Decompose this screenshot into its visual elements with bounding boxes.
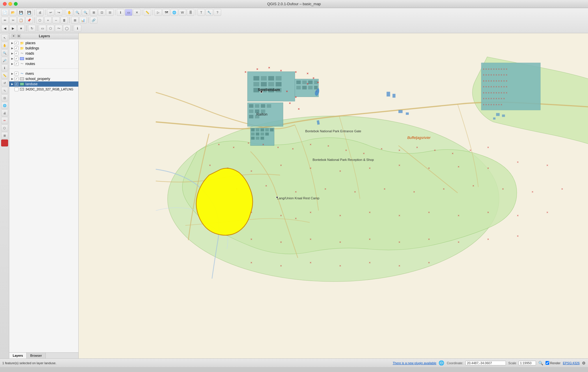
tab-browser[interactable]: Browser [27, 353, 45, 358]
measure-tool-button[interactable]: 📏 [1, 72, 8, 79]
identify-tool-button[interactable]: ℹ [1, 64, 8, 71]
render-checkbox[interactable]: Render [546, 361, 561, 365]
edit-button[interactable]: ✏ [1, 17, 9, 24]
layer-item-landuse[interactable]: ▶ ✓ landuse [9, 81, 78, 87]
svg-text:×: × [310, 261, 312, 264]
svg-rect-42 [260, 133, 264, 135]
select-free-button[interactable]: 〜 [55, 25, 62, 32]
zoom-out-button[interactable]: 🔍 [82, 9, 89, 16]
select-poly-button[interactable]: ⬠ [47, 25, 54, 32]
check-school-property[interactable]: ✓ [14, 77, 19, 81]
add-feature-button[interactable]: + [44, 17, 52, 24]
layer-icon-landuse [20, 82, 24, 86]
red-square-button[interactable] [1, 140, 8, 146]
layer-item-school-property[interactable]: ▶ ✓ school_property [9, 76, 78, 81]
zoom-selection-button[interactable]: ⊟ [106, 9, 114, 16]
layer-item-routes[interactable]: ▶ ✓ 〜 routes [9, 61, 78, 66]
check-places[interactable]: ✓ [14, 41, 19, 45]
add-wfs-button[interactable]: W [179, 9, 186, 16]
pan-tool-button[interactable]: ✋ [1, 42, 8, 49]
layer-item-raster[interactable]: ▶ 3420C_2010_327_RGB_LATLNG [9, 87, 78, 92]
check-landuse[interactable]: ✓ [14, 82, 19, 86]
check-raster[interactable] [14, 87, 19, 91]
misc-tool-button[interactable]: ⊞ [1, 132, 8, 139]
expand-arrow-buildings: ▶ [10, 46, 14, 50]
copy-button[interactable]: 📋 [17, 17, 25, 24]
overview-tool-button[interactable]: ⊡ [1, 94, 8, 101]
globe-tool-button[interactable]: 🌐 [1, 102, 8, 109]
edit-tool-button[interactable]: ✏ [1, 117, 8, 124]
select-button[interactable]: ▭ [125, 9, 132, 16]
paste-button[interactable]: 📌 [25, 17, 33, 24]
zoom-layer-button[interactable]: ⊡ [98, 9, 106, 16]
expand-arrow-rivers: ▶ [10, 72, 14, 75]
rotate-tool-button[interactable]: ↺ [1, 79, 8, 86]
measure-button[interactable]: 📏 [144, 9, 151, 16]
undo-button[interactable]: ↩ [47, 9, 54, 16]
layer-item-rivers[interactable]: ▶ ✓ 〜 rivers [9, 71, 78, 76]
add-wms-button[interactable]: 🌐 [171, 9, 178, 16]
move-feature-button[interactable]: ↔ [52, 17, 60, 24]
snap-button[interactable]: 🔗 [90, 17, 97, 24]
layer-item-buildings[interactable]: ▶ ✓ 📁 buildings [9, 46, 78, 51]
scale-value[interactable]: 1:19950 [519, 361, 536, 365]
delete-button[interactable]: 🗑 [60, 17, 68, 24]
statistics-button[interactable]: 📊 [79, 17, 87, 24]
zoom-out-tool-button[interactable]: 🔎 [1, 57, 8, 64]
plugin-link[interactable]: There is a new plugin available [393, 361, 436, 365]
zoom-in-button[interactable]: 🔍 [74, 9, 81, 16]
layer-item-roads[interactable]: ▶ ✓ 〜 roads [9, 51, 78, 56]
check-water[interactable]: ✓ [14, 57, 19, 61]
panel-float-btn[interactable]: ⊟ [17, 34, 21, 38]
coordinate-value[interactable]: 20.4487,-34.0607 [465, 361, 506, 365]
save-button[interactable]: 💾 [17, 9, 25, 16]
check-routes[interactable]: ✓ [14, 62, 19, 66]
layer-item-water[interactable]: ▶ ✓ water [9, 56, 78, 61]
identify-button[interactable]: ℹ [117, 9, 124, 16]
digitize-tool-button[interactable]: ⬡ [1, 124, 8, 131]
close-button[interactable] [3, 2, 7, 6]
refresh-button[interactable]: ↻ [28, 25, 36, 32]
save-as-button[interactable]: 💾 [25, 9, 33, 16]
svg-text:×: × [487, 211, 489, 214]
pan-button[interactable]: ✋ [66, 9, 73, 16]
add-raster-button[interactable]: 🗺 [162, 9, 170, 16]
next-extent-button[interactable]: ▶ [9, 25, 17, 32]
svg-rect-6 [275, 76, 281, 80]
select-rect-button[interactable]: ▭ [39, 25, 46, 32]
new-button[interactable]: 📄 [1, 9, 9, 16]
help-button[interactable]: ? [214, 9, 221, 16]
map-area[interactable]: × × × × × × × × × × × × × × × × × × × × … [79, 33, 588, 358]
select-tool-button[interactable]: ↖ [1, 34, 8, 41]
open-button[interactable]: 📂 [9, 9, 17, 16]
check-rivers[interactable]: ✓ [14, 72, 19, 76]
plugin-button[interactable]: 🔧 [206, 9, 213, 16]
minimize-button[interactable] [8, 2, 12, 6]
deselect-button[interactable]: ✕ [133, 9, 140, 16]
layer-item-places[interactable]: ▶ ✓ 📁 places [9, 40, 78, 46]
render-input[interactable] [546, 361, 549, 365]
cut-button[interactable]: ✂ [9, 17, 17, 24]
zoom-full-button[interactable]: ⊞ [90, 9, 97, 16]
print-tool-button[interactable]: 🖨 [1, 109, 8, 116]
maximize-button[interactable] [14, 2, 18, 6]
check-buildings[interactable]: ✓ [14, 46, 19, 50]
epsg-link[interactable]: EPSG:4326 [563, 361, 580, 365]
panel-close-btn[interactable]: ✕ [12, 34, 16, 38]
svg-text:×: × [517, 160, 519, 164]
tilt-tool-button[interactable]: ⤡ [1, 87, 8, 94]
node-tool-button[interactable]: ⬡ [36, 17, 44, 24]
label-button[interactable]: T [197, 9, 205, 16]
zoom-in-tool-button[interactable]: 🔍 [1, 49, 8, 56]
add-db-button[interactable]: 🗄 [187, 9, 194, 16]
attr-table-button[interactable]: ⊞ [71, 17, 79, 24]
prev-extent-button[interactable]: ◀ [1, 25, 9, 32]
redo-button[interactable]: ↪ [55, 9, 62, 16]
feature-info-button[interactable]: ℹ [74, 25, 81, 32]
tab-layers[interactable]: Layers [9, 353, 27, 358]
print-button[interactable]: 🖨 [36, 9, 44, 16]
bookmark-button[interactable]: ★ [17, 25, 25, 32]
add-vector-button[interactable]: ▷ [154, 9, 162, 16]
check-roads[interactable]: ✓ [14, 51, 19, 55]
select-radius-button[interactable]: ◯ [63, 25, 71, 32]
